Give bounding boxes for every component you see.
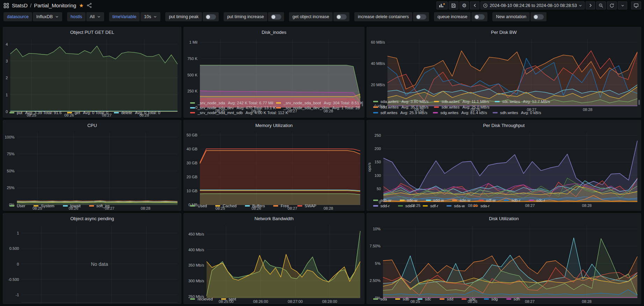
legend-item-soft-irq[interactable]: soft_irq xyxy=(89,204,113,208)
legend-item-sdf-writes[interactable]: sdf.writesAvg: 25.9 MB/s xyxy=(373,111,427,115)
legend-item--srv-node-sda-mnt-sdb[interactable]: _srv_node_sda_mnt_sdbAvg: 4.00 K Total: … xyxy=(190,111,273,115)
refresh-interval-caret-button[interactable] xyxy=(618,1,627,9)
panel-title-memory-utilization[interactable]: Memory Utilization xyxy=(184,120,364,129)
chart-canvas-cpu[interactable]: 0%25%50%75%100%08:2508:2608:2708:28 xyxy=(3,129,181,211)
legend-item-swap[interactable]: SWAP xyxy=(297,204,319,208)
panel-title-per-disk-bw[interactable]: Per Disk BW xyxy=(367,27,641,36)
legend-network-bandwidth: recievedsent xyxy=(184,296,364,304)
legend-item-sdb-r[interactable]: sdb-r xyxy=(504,198,523,202)
legend-swatch xyxy=(190,112,195,113)
time-range-forward-button[interactable] xyxy=(586,1,595,9)
variable-toggle-switch[interactable] xyxy=(203,12,219,21)
variable-toggle-switch[interactable] xyxy=(413,12,429,21)
legend-item-sdf-w[interactable]: sdf-w xyxy=(479,198,498,202)
panel-title-cpu[interactable]: CPU xyxy=(3,120,181,129)
legend-object-put-get-del: putAvg: 3.39 Total: 91.6getAvg: 0 Total:… xyxy=(3,110,181,117)
variable-value-dropdown[interactable]: InfluxDB xyxy=(33,12,62,21)
panel-title-per-disk-throughput[interactable]: Per Disk Throughput xyxy=(367,120,641,129)
legend-item-sde[interactable]: sde xyxy=(462,297,478,301)
legend-item-sdb[interactable]: sdb xyxy=(395,297,412,301)
variable-toggle-switch[interactable] xyxy=(268,12,284,21)
add-panel-button[interactable] xyxy=(436,1,448,9)
save-dashboard-button[interactable] xyxy=(449,1,458,9)
legend-item-buffers[interactable]: Buffers xyxy=(245,204,268,208)
svg-text:3: 3 xyxy=(6,59,8,63)
legend-item-used[interactable]: Used xyxy=(190,204,210,208)
variable-toggle-switch[interactable] xyxy=(530,12,547,21)
chart-object-async-pending: 10.5000-0.500-108:2508:2608:2708:28No da… xyxy=(3,223,181,304)
legend-item-sdd-writes[interactable]: sdd.writesAvg: 35.0 MB/s xyxy=(373,105,429,109)
chart-canvas-disk-utilization[interactable]: 0%2.50%5%7.50%10%08:2508:2608:2708:28 xyxy=(367,223,641,304)
legend-item-sdd[interactable]: sdd xyxy=(440,297,456,301)
legend-item-sdd-w[interactable]: sdd-w xyxy=(426,198,447,202)
legend-scrollbar-thumb[interactable] xyxy=(638,100,640,105)
variable-toggle-switch[interactable] xyxy=(471,12,487,21)
legend-scrollbar-thumb[interactable] xyxy=(362,101,363,106)
chart-canvas-network-bandwidth[interactable]: 250 Mb/s300 Mb/s350 Mb/s400 Mb/s450 Mb/s… xyxy=(184,223,364,304)
panel-title-object-put-get-del[interactable]: Object PUT GET DEL xyxy=(3,27,181,36)
legend-item--srv-node-sda[interactable]: _srv_node_sdaAvg: 242 K Total: 6.77 Mil xyxy=(190,101,273,105)
legend-item-sda-w[interactable]: sda-w xyxy=(447,204,468,208)
favorite-star-icon[interactable]: ★ xyxy=(79,3,84,8)
legend-item-free[interactable]: Free xyxy=(273,204,292,208)
legend-item-recieved[interactable]: recieved xyxy=(190,297,215,301)
dashboard-settings-button[interactable]: ⚙ xyxy=(460,1,469,9)
legend-item-sdc-writes[interactable]: sdc.writesAvg: 12.7 MB/s xyxy=(495,99,550,104)
legend-item-delete[interactable]: deleteAvg: 0 Total: 0 xyxy=(114,111,160,115)
breadcrumb-folder[interactable]: StatsD xyxy=(12,2,28,8)
cycle-view-mode-button[interactable] xyxy=(631,1,641,9)
legend-item-cached[interactable]: Cached xyxy=(215,204,239,208)
panel-title-disk-inodes[interactable]: Disk_inodes xyxy=(184,27,364,36)
legend-item-sdc-r[interactable]: sdc-r xyxy=(529,198,548,202)
legend-item-sde-w[interactable]: sde-w xyxy=(452,198,473,202)
legend-item-sent[interactable]: sent xyxy=(221,297,239,301)
legend-item-sdh-writes[interactable]: sdh.writesAvg: 0 kB/s xyxy=(493,111,541,115)
legend-item-put[interactable]: putAvg: 3.39 Total: 91.6 xyxy=(9,111,61,115)
chart-canvas-object-put-get-del[interactable]: 0123408:2508:2608:2708:28 xyxy=(3,36,181,118)
legend-item-iowait[interactable]: Iowait xyxy=(63,204,84,208)
legend-item-sdc[interactable]: sdc xyxy=(418,297,434,301)
legend-item--srv-node-sda-dev-shm[interactable]: _srv_node_sda_dev_shmAvg: 1 Total: 28 xyxy=(276,106,359,110)
refresh-button[interactable] xyxy=(607,1,617,9)
legend-item--srv-node-sda-boot[interactable]: _srv_node_sda_bootAvg: 304 Total: 8.51 K xyxy=(276,101,359,105)
legend-item-sda-r[interactable]: sda-r xyxy=(473,204,492,208)
chart-canvas-object-async-pending[interactable]: 10.5000-0.500-108:2508:2608:2708:28No da… xyxy=(3,223,181,304)
legend-item-sdf-r[interactable]: sdf-r xyxy=(423,204,441,208)
legend-item-sda-writes[interactable]: sda.writesAvg: 3.80 MB/s xyxy=(373,99,429,104)
legend-item-system[interactable]: System xyxy=(34,204,57,208)
share-icon[interactable] xyxy=(87,3,92,8)
chart-canvas-per-disk-throughput[interactable]: 05010015020025008:2508:2608:2708:28ops/s xyxy=(367,129,641,208)
legend-swatch xyxy=(373,205,378,207)
zoom-out-button[interactable] xyxy=(596,1,606,9)
legend-swatch xyxy=(190,298,195,300)
legend-swatch xyxy=(9,112,14,113)
legend-item-sdb-w[interactable]: sdb-w xyxy=(373,198,394,202)
legend-item-sdb-writes[interactable]: sdb.writesAvg: 11.1 MB/s xyxy=(434,99,489,104)
legend-item-get[interactable]: getAvg: 0 Total: 0 xyxy=(67,111,108,115)
legend-item--srv-node-sda-dev[interactable]: _srv_node_sda_devAvg: 470 Total: 13.1 K xyxy=(190,106,273,110)
panel-title-disk-utilization[interactable]: Disk Utilization xyxy=(367,214,641,223)
time-range-picker-button[interactable]: 2024-08-10 08:24:26 to 2024-08-10 08:28:… xyxy=(480,1,585,9)
time-range-back-button[interactable] xyxy=(470,1,479,9)
panel-title-object-async-pending[interactable]: Object async pending xyxy=(3,214,181,223)
variable-value-dropdown[interactable]: All xyxy=(86,12,104,21)
apps-grid-icon[interactable] xyxy=(3,3,9,8)
breadcrumb-dashboard[interactable]: Partial_Monitoring xyxy=(34,2,76,8)
legend-series-stats: Avg: 470 Total: 13.1 K xyxy=(237,106,276,110)
legend-item-sda[interactable]: sda xyxy=(373,297,390,301)
chart-canvas-memory-utilization[interactable]: 0 MB10 GB20 GB30 GB40 GB50 GB08:2508:260… xyxy=(184,129,364,211)
legend-item-sdh[interactable]: sdh xyxy=(506,297,523,301)
legend-item-sdg-writes[interactable]: sdg.writesAvg: 81.4 kB/s xyxy=(433,111,487,115)
legend-item-sde-writes[interactable]: sde.writesAvg: 25.0 MB/s xyxy=(434,105,490,109)
legend-item-sdd-r[interactable]: sdd-r xyxy=(373,204,392,208)
legend-item-user[interactable]: User xyxy=(9,204,28,208)
variable-label: increase delete containers xyxy=(354,12,412,21)
legend-item-sdc-w[interactable]: sdc-w xyxy=(400,198,420,202)
legend-series-name: sdc xyxy=(425,297,431,301)
svg-text:7.50%: 7.50% xyxy=(370,244,381,248)
variable-value-dropdown[interactable]: 10s xyxy=(140,12,160,21)
legend-item-sde-r[interactable]: sde-r xyxy=(398,204,417,208)
panel-title-network-bandwidth[interactable]: Network Bandwidth xyxy=(184,214,364,223)
legend-item-sdg[interactable]: sdg xyxy=(484,297,501,301)
variable-toggle-switch[interactable] xyxy=(333,12,349,21)
